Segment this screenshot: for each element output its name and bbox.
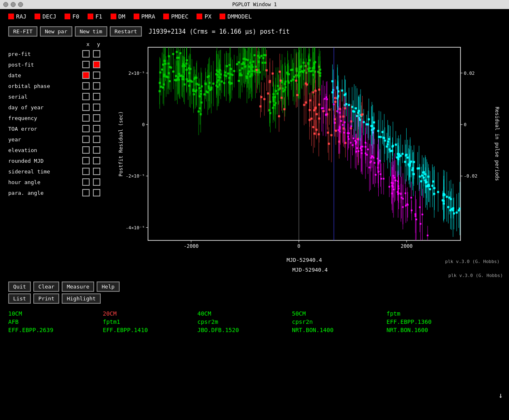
para-label: para. angle [8,190,82,196]
main-area: x y pre-fit post-fit date orbital phase … [0,39,509,278]
sidereal-label: sidereal time [8,168,82,175]
legend-col-4: fptm EFF.EBPP.1360 NRT.BON.1600 [386,310,481,335]
param-pmdec[interactable]: PMDEC [163,13,188,20]
prefit-x-checkbox[interactable] [82,50,90,58]
bottom-row-2: List Print Highlight [8,293,501,304]
bottom-bar: Quit Clear Measure Help List Print Highl… [0,278,509,307]
decj-label: DECJ [42,13,56,20]
postfit-x-checkbox[interactable] [82,61,90,68]
plot-container: MJD-52940.4 plk v.3.0 (G. Hobbs) [115,39,505,278]
param-raj[interactable]: RAJ [8,13,26,20]
axis-row-sidereal: sidereal time [8,166,111,176]
prefit-y-checkbox[interactable] [93,50,100,58]
quit-button[interactable]: Quit [8,282,31,292]
freq-x-checkbox[interactable] [82,114,90,122]
restart-button[interactable]: Restart [110,26,142,37]
close-btn[interactable] [3,2,8,7]
para-x-checkbox[interactable] [82,189,90,196]
f0-label: F0 [72,13,79,20]
elev-label: elevation [8,147,82,153]
pmdec-label: PMDEC [171,13,188,20]
bottom-row-1: Quit Clear Measure Help [8,282,501,292]
axis-row-year: year [8,134,111,144]
legend-jbo: JBO.DFB.1520 [197,327,292,333]
sidereal-y-checkbox[interactable] [93,168,100,175]
hour-y-checkbox[interactable] [93,178,100,186]
main-plot[interactable] [115,39,502,265]
year-y-checkbox[interactable] [93,136,100,143]
year-x-checkbox[interactable] [82,136,90,143]
orbital-y-checkbox[interactable] [93,82,100,90]
legend-20cm: 20CM [103,310,197,317]
param-decj[interactable]: DECJ [35,13,56,20]
date-x-checkbox[interactable] [82,72,90,79]
dm-label: DM [118,13,125,20]
doy-x-checkbox[interactable] [82,104,90,111]
param-dm[interactable]: DM [111,13,125,20]
param-pmra[interactable]: PMRA [134,13,155,20]
legend-col-1: 20CM fptm1 EFF.EBPP.1410 [103,310,197,335]
list-button[interactable]: List [8,293,31,304]
dmmodel-label: DMMODEL [227,13,252,20]
pmdec-indicator [163,14,169,19]
dmmodel-indicator [220,14,225,19]
year-label: year [8,136,82,143]
toolbar: RE-FIT New par New tim Restart J1939+213… [0,24,509,39]
legend-40cm: 40CM [197,310,292,317]
rounded-x-checkbox[interactable] [82,157,90,164]
legend-cpsr2n: cpsr2n [292,318,386,325]
axis-row-rounded: rounded MJD [8,156,111,166]
legend-fptm1: fptm1 [103,318,197,325]
axis-row-date: date [8,70,111,80]
para-y-checkbox[interactable] [93,189,100,196]
date-label: date [8,72,82,78]
hour-x-checkbox[interactable] [82,178,90,186]
help-button[interactable]: Help [97,282,119,292]
sidereal-x-checkbox[interactable] [82,168,90,175]
raj-indicator [8,14,14,19]
legend-nrt-1600: NRT.BON.1600 [386,327,481,333]
minimize-btn[interactable] [11,2,16,7]
measure-button[interactable]: Measure [62,282,94,292]
orbital-x-checkbox[interactable] [82,82,90,90]
rounded-y-checkbox[interactable] [93,157,100,164]
axis-row-orbital: orbital phase [8,81,111,91]
legend-cpsr2m: cpsr2m [197,318,292,325]
rounded-label: rounded MJD [8,158,82,164]
left-panel: x y pre-fit post-fit date orbital phase … [4,39,115,278]
x-axis-header: x [86,41,90,47]
scroll-arrow[interactable]: ↓ [498,391,503,399]
axis-row-hour: hour angle [8,177,111,187]
pmra-indicator [134,14,139,19]
param-dmmodel[interactable]: DMMODEL [220,13,252,20]
toa-y-checkbox[interactable] [93,125,100,132]
param-px[interactable]: PX [197,13,211,20]
freq-y-checkbox[interactable] [93,114,100,122]
date-y-checkbox[interactable] [93,72,100,79]
axis-row-para: para. angle [8,188,111,198]
print-button[interactable]: Print [33,293,59,304]
clear-button[interactable]: Clear [33,282,59,292]
freq-label: frequency [8,115,82,121]
param-bar: RAJ DECJ F0 F1 DM PMRA PMDEC PX DMMODEL [0,9,509,24]
refit-button[interactable]: RE-FIT [8,26,37,37]
doy-y-checkbox[interactable] [93,104,100,111]
f1-indicator [88,14,93,19]
elev-x-checkbox[interactable] [82,146,90,154]
legend-col-2: 40CM cpsr2m JBO.DFB.1520 [197,310,292,335]
y-axis-header: y [97,41,100,47]
orbital-label: orbital phase [8,83,82,89]
param-f1[interactable]: F1 [88,13,102,20]
legend-eff-1360: EFF.EBPP.1360 [386,318,481,325]
elev-y-checkbox[interactable] [93,146,100,154]
param-f0[interactable]: F0 [65,13,79,20]
serial-x-checkbox[interactable] [82,93,90,100]
toa-x-checkbox[interactable] [82,125,90,132]
maximize-btn[interactable] [18,2,23,7]
new-tim-button[interactable]: New tim [75,26,107,37]
new-par-button[interactable]: New par [40,26,72,37]
postfit-y-checkbox[interactable] [93,61,100,68]
highlight-button[interactable]: Highlight [62,293,100,304]
legend-col-0: 10CM AFB EFF.EBPP.2639 [8,310,103,335]
serial-y-checkbox[interactable] [93,93,100,100]
